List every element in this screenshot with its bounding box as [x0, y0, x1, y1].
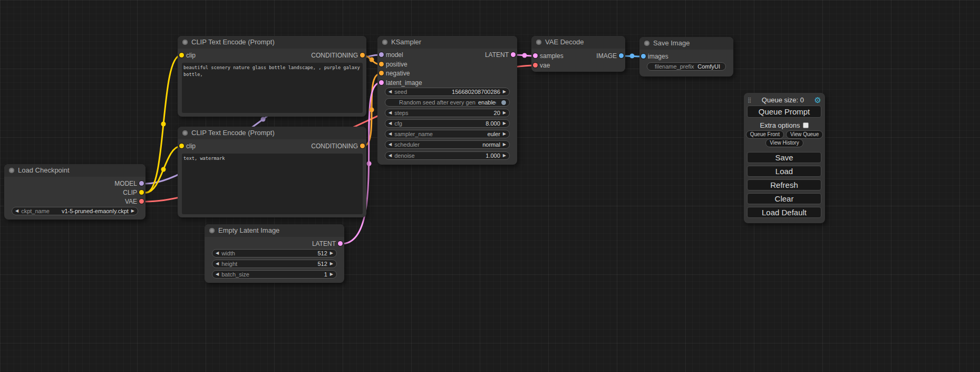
widget-random-seed-toggle[interactable]: Random seed after every gen enabled	[385, 98, 510, 107]
node-title-bar[interactable]: CLIP Text Encode (Prompt)	[178, 127, 366, 139]
increment-arrow-icon[interactable]: ▶	[503, 90, 506, 94]
widget-scheduler[interactable]: ◀ scheduler normal ▶	[385, 140, 510, 149]
node-collapse-dot[interactable]	[382, 40, 387, 45]
view-queue-button[interactable]: View Queue	[786, 130, 823, 139]
input-slot-clip: clip	[186, 142, 196, 150]
output-slot-model: MODEL	[114, 179, 137, 188]
decrement-arrow-icon[interactable]: ◀	[389, 111, 392, 115]
node-title-bar[interactable]: Load Checkpoint	[4, 164, 145, 177]
wire-midpoint-dot	[522, 53, 527, 58]
node-ksampler[interactable]: KSampler model positive negative latent_…	[377, 36, 517, 165]
decrement-arrow-icon[interactable]: ◀	[216, 262, 219, 266]
output-port-conditioning[interactable]	[360, 53, 365, 58]
queue-size-label: Queue size: 0	[751, 96, 814, 104]
refresh-button[interactable]: Refresh	[747, 179, 821, 190]
node-title-bar[interactable]: CLIP Text Encode (Prompt)	[178, 36, 366, 49]
node-clip-text-encode-positive[interactable]: CLIP Text Encode (Prompt) clip CONDITION…	[178, 36, 366, 117]
output-port-vae[interactable]	[139, 199, 144, 204]
prompt-textarea[interactable]: beautiful scenery nature glass bottle la…	[182, 63, 363, 113]
widget-ckpt-name[interactable]: ◀ ckpt_name v1-5-pruned-emaonly.ckpt ▶	[12, 207, 138, 215]
output-port-image[interactable]	[619, 53, 624, 58]
widget-filename-prefix[interactable]: filename_prefix ComfyUI	[647, 62, 726, 71]
decrement-arrow-icon[interactable]: ◀	[389, 121, 392, 126]
node-collapse-dot[interactable]	[209, 228, 215, 233]
node-title-bar[interactable]: Empty Latent Image	[205, 224, 344, 237]
widget-cfg[interactable]: ◀ cfg 8.000 ▶	[385, 119, 510, 128]
node-collapse-dot[interactable]	[9, 168, 14, 173]
output-port-latent[interactable]	[511, 52, 516, 57]
settings-gear-icon[interactable]: ⚙	[814, 96, 821, 104]
wire-clip-negative	[146, 146, 181, 193]
node-vae-decode[interactable]: VAE Decode samples vae IMAGE	[531, 36, 625, 72]
node-save-image[interactable]: Save Image images filename_prefix ComfyU…	[639, 37, 733, 77]
input-slot-latent-image: latent_image	[386, 79, 422, 87]
output-slot-latent: LATENT	[312, 240, 336, 248]
queue-prompt-button[interactable]: Queue Prompt	[747, 106, 821, 118]
comfy-menu-panel[interactable]: ⣿ Queue size: 0 ⚙ Queue Prompt Extra opt…	[744, 93, 825, 223]
widget-sampler-name[interactable]: ◀ sampler_name euler ▶	[385, 130, 510, 138]
node-graph-canvas[interactable]: Load Checkpoint MODEL CLIP VAE ◀ ckpt_na…	[0, 0, 980, 372]
input-port-clip[interactable]	[179, 144, 184, 148]
node-collapse-dot[interactable]	[182, 40, 188, 45]
node-load-checkpoint[interactable]: Load Checkpoint MODEL CLIP VAE ◀ ckpt_na…	[4, 164, 145, 220]
decrement-arrow-icon[interactable]: ◀	[216, 251, 219, 255]
widget-denoise[interactable]: ◀ denoise 1.000 ▶	[385, 151, 510, 160]
wire-midpoint-dot	[161, 122, 166, 127]
prompt-textarea[interactable]: text, watermark	[182, 154, 363, 214]
input-port-samples[interactable]	[533, 53, 538, 58]
extra-options-label: Extra options	[760, 121, 800, 129]
increment-arrow-icon[interactable]: ▶	[503, 132, 506, 136]
increment-arrow-icon[interactable]: ▶	[330, 262, 333, 266]
increment-arrow-icon[interactable]: ▶	[131, 209, 134, 213]
increment-arrow-icon[interactable]: ▶	[503, 154, 506, 158]
decrement-arrow-icon[interactable]: ◀	[389, 142, 392, 147]
node-collapse-dot[interactable]	[182, 130, 188, 136]
increment-arrow-icon[interactable]: ▶	[330, 251, 333, 255]
decrement-arrow-icon[interactable]: ◀	[216, 272, 219, 276]
drag-handle-icon[interactable]: ⣿	[748, 97, 751, 103]
extra-options-checkbox[interactable]	[803, 122, 809, 128]
load-button[interactable]: Load	[747, 166, 821, 177]
input-port-model[interactable]	[379, 52, 384, 57]
input-port-negative[interactable]	[379, 71, 384, 75]
node-title: KSampler	[391, 38, 421, 46]
output-port-model[interactable]	[139, 181, 144, 186]
queue-front-button[interactable]: Queue Front	[746, 130, 784, 139]
toggle-knob-icon[interactable]	[501, 100, 506, 105]
input-port-images[interactable]	[641, 54, 646, 59]
node-title-bar[interactable]: VAE Decode	[531, 36, 625, 49]
input-port-positive[interactable]	[379, 62, 384, 66]
output-port-latent[interactable]	[338, 241, 343, 246]
increment-arrow-icon[interactable]: ▶	[503, 142, 506, 147]
node-clip-text-encode-negative[interactable]: CLIP Text Encode (Prompt) clip CONDITION…	[178, 127, 366, 217]
widget-batch-size[interactable]: ◀ batch_size 1 ▶	[212, 270, 337, 279]
node-title-bar[interactable]: Save Image	[639, 37, 733, 50]
decrement-arrow-icon[interactable]: ◀	[389, 132, 392, 136]
increment-arrow-icon[interactable]: ▶	[503, 121, 506, 126]
node-title: Save Image	[653, 39, 690, 47]
decrement-arrow-icon[interactable]: ◀	[15, 209, 18, 213]
widget-height[interactable]: ◀ height 512 ▶	[212, 260, 337, 268]
node-collapse-dot[interactable]	[644, 41, 649, 46]
widget-steps[interactable]: ◀ steps 20 ▶	[385, 109, 510, 117]
output-port-conditioning[interactable]	[360, 144, 365, 148]
input-port-vae[interactable]	[533, 63, 538, 68]
decrement-arrow-icon[interactable]: ◀	[389, 154, 392, 158]
output-port-clip[interactable]	[139, 190, 144, 195]
input-port-clip[interactable]	[179, 53, 184, 58]
widget-width[interactable]: ◀ width 512 ▶	[212, 249, 337, 257]
clear-button[interactable]: Clear	[747, 193, 821, 204]
view-history-button[interactable]: View History	[765, 139, 803, 147]
decrement-arrow-icon[interactable]: ◀	[389, 90, 392, 94]
node-empty-latent-image[interactable]: Empty Latent Image LATENT ◀ width 512 ▶ …	[205, 224, 344, 283]
node-title: CLIP Text Encode (Prompt)	[191, 38, 275, 46]
load-default-button[interactable]: Load Default	[747, 207, 821, 218]
save-button[interactable]: Save	[747, 152, 821, 163]
node-title-bar[interactable]: KSampler	[377, 36, 517, 49]
node-collapse-dot[interactable]	[536, 40, 541, 45]
increment-arrow-icon[interactable]: ▶	[503, 111, 506, 115]
input-slot-images: images	[648, 52, 668, 61]
increment-arrow-icon[interactable]: ▶	[330, 272, 333, 276]
widget-seed[interactable]: ◀ seed 156680208700286 ▶	[385, 88, 510, 96]
input-port-latent-image[interactable]	[379, 80, 384, 85]
